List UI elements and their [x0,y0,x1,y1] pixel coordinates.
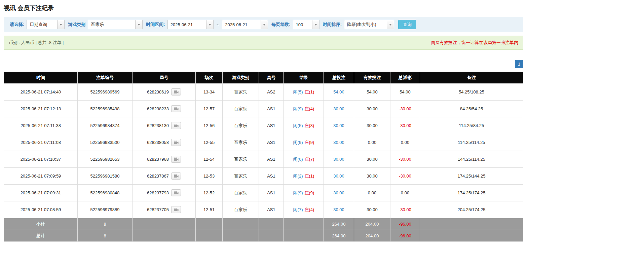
cell-game-type: 百家乐 [223,84,259,101]
chevron-down-icon[interactable] [261,20,268,29]
total-bet-link[interactable]: 30.00 [333,207,344,212]
sort-select[interactable]: 降幂(由大到小) [344,20,394,29]
cell-game-type: 百家乐 [223,185,259,201]
page-container: 视讯 会员下注纪录 请选择: 日期查询 游戏类别 百家乐 时间区间: 2025-… [4,0,523,242]
date-from-input[interactable]: 2025-06-21 [167,20,214,29]
total-bet-link[interactable]: 30.00 [333,190,344,195]
table-row: 2025-06-21 07:11:38 522596984374 6282381… [4,117,523,134]
chevron-down-icon[interactable] [57,20,65,29]
total-bet-link[interactable]: 30.00 [333,123,344,128]
result-banker: 庄(7) [305,157,314,162]
cell-result: 闲(9)庄(9) [284,185,324,201]
round-number: 628238058 [147,140,169,145]
empty-cell [132,218,196,230]
result-player: 闲(5) [293,123,303,128]
cell-game-type: 百家乐 [223,117,259,134]
cell-session: 12-54 [196,151,223,168]
total-valid-bet: 204.00 [354,230,390,242]
page-size-select[interactable]: 100 [293,20,319,29]
currency-total-summary: 币别 : 人民币 | 总共 :8 注单 | [9,40,64,46]
cell-result: 闲(9)庄(9) [284,134,324,151]
empty-cell [223,230,259,242]
empty-cell [259,218,284,230]
cell-total-bet: 30.00 [324,185,354,201]
round-number: 628237705 [147,207,169,212]
cell-game-type: 百家乐 [223,168,259,185]
cell-remark: 114.25/114.25 [420,134,523,151]
subtotal-valid-bet: 204.00 [354,218,390,230]
page-size-label: 每页笔数: [271,22,290,28]
cell-time: 2025-06-21 07:08:59 [4,201,78,218]
cell-bet-id: 522596983500 [78,134,132,151]
video-replay-button[interactable] [171,189,181,196]
cell-result: 闲(5)庄(1) [284,84,324,101]
video-camera-icon [174,107,179,111]
cell-valid-bet: 30.00 [354,168,390,185]
result-banker: 庄(1) [305,173,314,179]
query-type-select[interactable]: 日期查询 [27,20,65,29]
date-to-value: 2025-06-21 [222,20,261,29]
column-header: 有效投注 [354,72,390,84]
video-replay-button[interactable] [171,139,181,146]
video-camera-icon [174,124,179,127]
round-number: 628238619 [147,89,169,94]
empty-cell [259,230,284,242]
cell-time: 2025-06-21 07:11:08 [4,134,78,151]
empty-cell [196,230,223,242]
cell-remark: 114.25/84.25 [420,117,523,134]
cell-time: 2025-06-21 07:12:13 [4,101,78,117]
cell-bet-id: 522596979889 [78,201,132,218]
column-header: 游戏类别 [223,72,259,84]
cell-table-no: AS1 [259,134,284,151]
video-replay-button[interactable] [171,88,181,95]
cell-total-bet: 54.00 [324,84,354,101]
table-row: 2025-06-21 07:08:59 522596979889 6282377… [4,201,523,218]
result-banker: 庄(9) [305,190,314,195]
video-replay-button[interactable] [171,105,181,112]
cell-session: 13-34 [196,84,223,101]
cell-session: 12-56 [196,117,223,134]
page-button-1[interactable]: 1 [515,60,523,68]
cell-time: 2025-06-21 07:14:40 [4,84,78,101]
total-bet-link[interactable]: 54.00 [333,89,344,94]
chevron-down-icon[interactable] [206,20,214,29]
result-player: 闲(2) [293,173,303,179]
chevron-down-icon[interactable] [387,20,394,29]
chevron-down-icon[interactable] [135,20,143,29]
table-row: 2025-06-21 07:10:37 522596982653 6282379… [4,151,523,168]
cell-remark: 84.25/54.25 [420,101,523,117]
total-bet-link[interactable]: 30.00 [333,173,344,179]
valid-bet-notice: 同局有效投注，统一计算在该局第一张注单内 [431,40,518,46]
cell-remark: 144.25/114.25 [420,151,523,168]
cell-round: 628237705 [132,201,196,218]
date-to-input[interactable]: 2025-06-21 [222,20,268,29]
cell-session: 12-57 [196,101,223,117]
video-replay-button[interactable] [171,172,181,180]
total-bet-link[interactable]: 30.00 [333,106,344,111]
column-header: 注单编号 [78,72,132,84]
search-button[interactable]: 查询 [398,20,416,29]
game-type-select[interactable]: 百家乐 [88,20,143,29]
cell-result: 闲(5)庄(3) [284,117,324,134]
date-from-value: 2025-06-21 [167,20,206,29]
result-player: 闲(5) [293,89,303,94]
cell-time: 2025-06-21 07:11:38 [4,117,78,134]
result-banker: 庄(4) [305,106,314,111]
video-replay-button[interactable] [171,122,181,129]
column-header: 桌号 [259,72,284,84]
cell-session: 12-52 [196,185,223,201]
cell-bet-id: 522596989569 [78,84,132,101]
page-size-value: 100 [293,20,312,29]
total-bet-link[interactable]: 30.00 [333,140,344,145]
cell-payout: -30.00 [390,151,420,168]
cell-total-bet: 30.00 [324,168,354,185]
chevron-down-icon[interactable] [312,20,319,29]
video-replay-button[interactable] [171,156,181,163]
total-bet-link[interactable]: 30.00 [333,157,344,162]
bet-records-table: 时间注单编号局号场次游戏类别桌号结果总投注有效投注总派彩备注 2025-06-2… [4,72,523,242]
column-header: 时间 [4,72,78,84]
cell-total-bet: 30.00 [324,134,354,151]
video-replay-button[interactable] [171,206,181,213]
cell-table-no: AS1 [259,168,284,185]
cell-bet-id: 522596980848 [78,185,132,201]
